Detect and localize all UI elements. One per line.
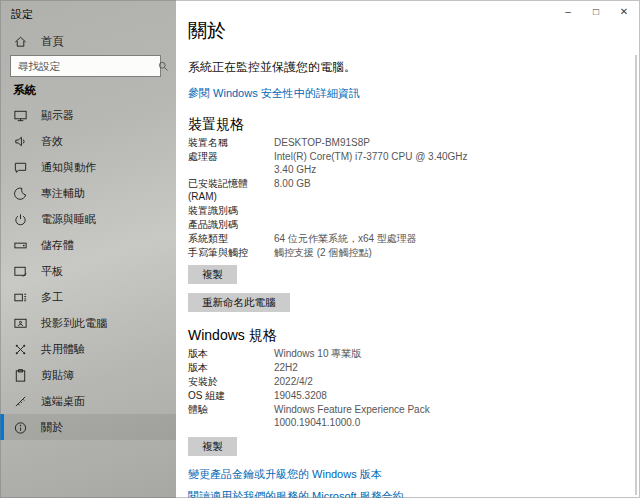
sidebar-item-label: 顯示器 <box>41 108 74 123</box>
spec-row-system-type: 系統類型 64 位元作業系統，x64 型處理器 <box>188 232 510 245</box>
main-panel: 關於 系統正在監控並保護您的電腦。 參閱 Windows 安全性中的詳細資訊 裝… <box>176 0 640 498</box>
selected-accent-bar <box>0 414 4 440</box>
sidebar-item-power-sleep[interactable]: 電源與睡眠 <box>0 206 176 232</box>
spec-value <box>274 204 486 217</box>
rename-pc-button[interactable]: 重新命名此電腦 <box>188 293 290 312</box>
spec-label: 裝置名稱 <box>188 136 274 149</box>
sidebar-item-label: 多工 <box>41 290 63 305</box>
search-icon[interactable] <box>157 60 170 73</box>
power-icon <box>13 212 28 227</box>
spec-value: 22H2 <box>274 361 486 374</box>
services-agreement-link[interactable]: 閱讀適用於我們的服務的 Microsoft 服務合約 <box>188 490 404 498</box>
home-label: 首頁 <box>41 34 64 49</box>
spec-value: DESKTOP-BM91S8P <box>274 136 486 149</box>
tablet-icon <box>13 264 28 279</box>
copy-device-specs-button[interactable]: 複製 <box>188 265 237 284</box>
sidebar-item-shared-experiences[interactable]: 共用體驗 <box>0 336 176 362</box>
spec-label: 安裝於 <box>188 375 274 388</box>
spec-label: OS 組建 <box>188 389 274 402</box>
spec-label: 已安裝記憶體(RAM) <box>188 177 274 203</box>
footer-links: 變更產品金鑰或升級您的 Windows 版本 閱讀適用於我們的服務的 Micro… <box>188 460 510 498</box>
spec-label: 裝置識別碼 <box>188 204 274 217</box>
change-product-key-link[interactable]: 變更產品金鑰或升級您的 Windows 版本 <box>188 468 382 481</box>
vertical-scrollbar[interactable] <box>635 55 637 495</box>
shared-experiences-icon <box>13 342 28 357</box>
app-title: 設定 <box>11 7 33 22</box>
spec-row-version: 版本 22H2 <box>188 361 510 374</box>
notifications-icon <box>13 160 28 175</box>
sidebar-item-focus-assist[interactable]: 專注輔助 <box>0 180 176 206</box>
spec-label: 產品識別碼 <box>188 218 274 231</box>
search-input[interactable] <box>11 60 157 72</box>
sidebar-item-label: 平板 <box>41 264 63 279</box>
home-icon <box>13 34 28 49</box>
spec-value: Windows 10 專業版 <box>274 347 486 360</box>
remote-desktop-icon <box>13 394 28 409</box>
spec-value <box>274 218 486 231</box>
sidebar-item-remote-desktop[interactable]: 遠端桌面 <box>0 388 176 414</box>
sidebar-item-label: 共用體驗 <box>41 342 85 357</box>
about-icon <box>13 420 28 435</box>
spec-row-edition: 版本 Windows 10 專業版 <box>188 347 510 360</box>
spec-value: 2022/4/2 <box>274 375 486 388</box>
clipboard-icon <box>13 368 28 383</box>
spec-row-ram: 已安裝記憶體(RAM) 8.00 GB <box>188 177 510 203</box>
sidebar-item-display[interactable]: 顯示器 <box>0 102 176 128</box>
sidebar-item-storage[interactable]: 儲存體 <box>0 232 176 258</box>
spec-row-pen-touch: 手寫筆與觸控 觸控支援 (2 個觸控點) <box>188 246 510 259</box>
spec-row-processor: 處理器 Intel(R) Core(TM) i7-3770 CPU @ 3.40… <box>188 150 510 176</box>
sidebar-item-label: 關於 <box>41 420 63 435</box>
protection-status-text: 系統正在監控並保護您的電腦。 <box>188 60 510 74</box>
spec-value: 觸控支援 (2 個觸控點) <box>274 246 486 259</box>
spec-label: 體驗 <box>188 403 274 429</box>
about-content: 關於 系統正在監控並保護您的電腦。 參閱 Windows 安全性中的詳細資訊 裝… <box>188 20 510 498</box>
sidebar-item-projecting[interactable]: 投影到此電腦 <box>0 310 176 336</box>
spec-value: Intel(R) Core(TM) i7-3770 CPU @ 3.40GHz … <box>274 150 486 176</box>
spec-value: 19045.3208 <box>274 389 486 402</box>
window-controls: – □ ✕ <box>554 0 638 22</box>
windows-security-link[interactable]: 參閱 Windows 安全性中的詳細資訊 <box>188 87 360 100</box>
windows-specs-heading: Windows 規格 <box>188 327 510 343</box>
sidebar-item-label: 電源與睡眠 <box>41 212 96 227</box>
spec-row-product-id: 產品識別碼 <box>188 218 510 231</box>
sidebar-item-notifications[interactable]: 通知與動作 <box>0 154 176 180</box>
storage-icon <box>13 238 28 253</box>
sidebar-item-home[interactable]: 首頁 <box>0 29 176 53</box>
sidebar-item-label: 投影到此電腦 <box>41 316 107 331</box>
copy-windows-specs-button[interactable]: 複製 <box>188 437 237 456</box>
spec-value: 64 位元作業系統，x64 型處理器 <box>274 232 486 245</box>
sidebar-item-label: 遠端桌面 <box>41 394 85 409</box>
sidebar-item-sound[interactable]: 音效 <box>0 128 176 154</box>
sidebar-item-multitasking[interactable]: 多工 <box>0 284 176 310</box>
search-box <box>10 55 161 77</box>
spec-row-device-id: 裝置識別碼 <box>188 204 510 217</box>
spec-row-os-build: OS 組建 19045.3208 <box>188 389 510 402</box>
projecting-icon <box>13 316 28 331</box>
multitasking-icon <box>13 290 28 305</box>
spec-label: 處理器 <box>188 150 274 176</box>
spec-row-device-name: 裝置名稱 DESKTOP-BM91S8P <box>188 136 510 149</box>
sidebar-item-tablet[interactable]: 平板 <box>0 258 176 284</box>
spec-label: 系統類型 <box>188 232 274 245</box>
sidebar-item-label: 音效 <box>41 134 63 149</box>
sidebar: 設定 首頁 系統 顯示器 音效 通知與動作 專注輔助 電源與睡眠 <box>0 0 176 498</box>
maximize-button[interactable]: □ <box>582 0 610 22</box>
sidebar-item-label: 專注輔助 <box>41 186 85 201</box>
page-title: 關於 <box>188 20 510 42</box>
spec-label: 版本 <box>188 347 274 360</box>
spec-label: 版本 <box>188 361 274 374</box>
spec-value: Windows Feature Experience Pack 1000.190… <box>274 403 486 429</box>
spec-label: 手寫筆與觸控 <box>188 246 274 259</box>
display-icon <box>13 108 28 123</box>
sidebar-section-system: 系統 <box>13 83 36 98</box>
sidebar-item-label: 儲存體 <box>41 238 74 253</box>
sidebar-item-label: 剪貼簿 <box>41 368 74 383</box>
spec-row-installed-on: 安裝於 2022/4/2 <box>188 375 510 388</box>
focus-assist-icon <box>13 186 28 201</box>
sound-icon <box>13 134 28 149</box>
sidebar-item-clipboard[interactable]: 剪貼簿 <box>0 362 176 388</box>
sidebar-item-label: 通知與動作 <box>41 160 96 175</box>
close-button[interactable]: ✕ <box>610 0 638 22</box>
sidebar-item-about[interactable]: 關於 <box>0 414 176 440</box>
minimize-button[interactable]: – <box>554 0 582 22</box>
